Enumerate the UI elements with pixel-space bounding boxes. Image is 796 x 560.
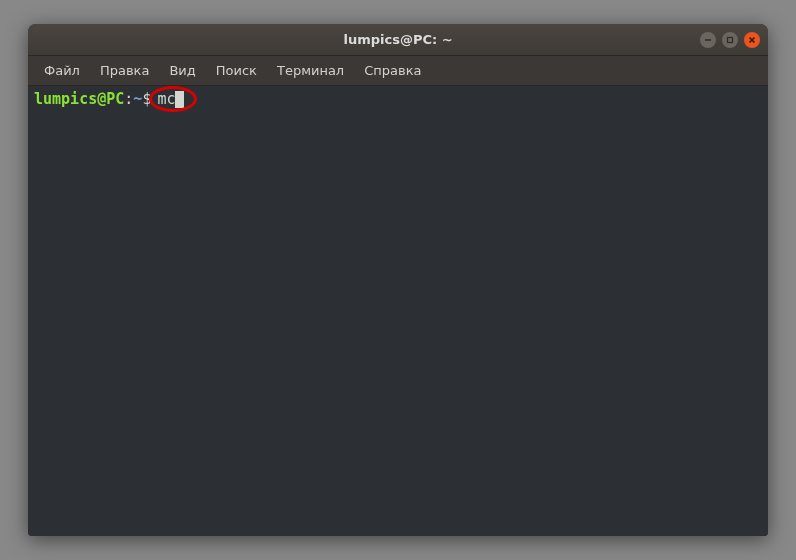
prompt-user: lumpics@PC [34, 90, 124, 110]
menu-search[interactable]: Поиск [208, 59, 265, 82]
terminal-window: lumpics@PC: ~ Файл Правка Вид Поиск Терм… [28, 24, 768, 536]
menu-view[interactable]: Вид [161, 59, 203, 82]
menu-terminal[interactable]: Терминал [269, 59, 352, 82]
terminal-area[interactable]: lumpics@PC:~$ mc [28, 86, 768, 536]
command-text: mc [157, 90, 175, 110]
prompt-separator: : [124, 90, 133, 110]
close-button[interactable] [744, 32, 760, 48]
menu-edit[interactable]: Правка [92, 59, 157, 82]
close-icon [748, 36, 756, 44]
prompt-path: ~ [133, 90, 142, 110]
minimize-icon [704, 36, 712, 44]
svg-rect-1 [728, 37, 733, 42]
command-wrap: mc [157, 90, 184, 110]
menubar: Файл Правка Вид Поиск Терминал Справка [28, 56, 768, 86]
maximize-button[interactable] [722, 32, 738, 48]
menu-help[interactable]: Справка [356, 59, 429, 82]
minimize-button[interactable] [700, 32, 716, 48]
titlebar: lumpics@PC: ~ [28, 24, 768, 56]
prompt-symbol: $ [142, 90, 151, 110]
prompt-line: lumpics@PC:~$ mc [34, 90, 762, 110]
maximize-icon [726, 36, 734, 44]
window-title: lumpics@PC: ~ [343, 32, 452, 47]
window-controls [700, 32, 760, 48]
menu-file[interactable]: Файл [36, 59, 88, 82]
cursor-icon [175, 91, 184, 108]
